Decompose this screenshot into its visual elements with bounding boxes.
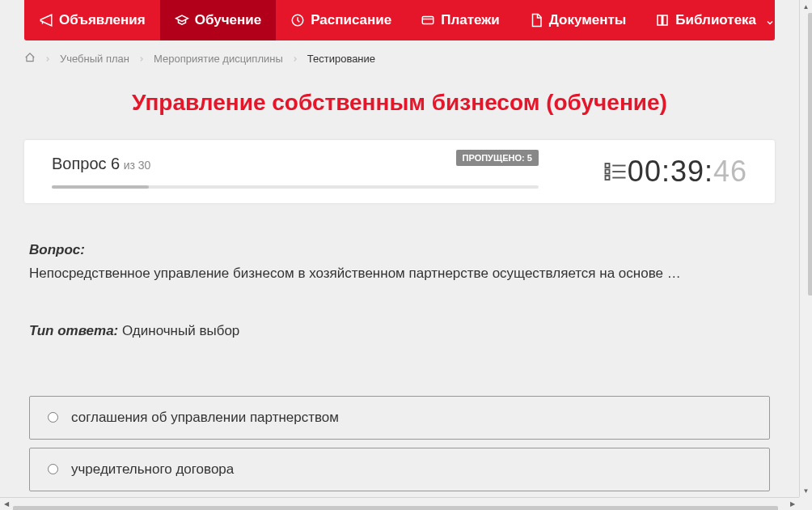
payment-icon bbox=[421, 13, 435, 28]
nav-schedule[interactable]: Расписание bbox=[276, 0, 406, 40]
question-body: Вопрос: Непосредственное управление бизн… bbox=[24, 203, 775, 497]
scroll-up-arrow[interactable]: ▲ bbox=[800, 0, 813, 13]
svg-rect-1 bbox=[422, 17, 433, 24]
skipped-badge[interactable]: ПРОПУЩЕНО: 5 bbox=[456, 150, 539, 166]
progress-bar bbox=[52, 185, 539, 189]
question-list-icon[interactable] bbox=[603, 159, 628, 184]
vertical-scrollbar[interactable]: ▲ ▼ bbox=[799, 0, 812, 497]
answer-radio[interactable] bbox=[48, 412, 58, 423]
breadcrumb-link[interactable]: Учебный план bbox=[60, 53, 129, 65]
nav-learning[interactable]: Обучение bbox=[160, 0, 276, 40]
timer: 00:39:46 bbox=[628, 155, 747, 189]
scroll-corner bbox=[799, 497, 812, 510]
scroll-thumb[interactable] bbox=[808, 13, 813, 295]
question-text: Непосредственное управление бизнесом в х… bbox=[29, 263, 770, 284]
chevron-right-icon bbox=[291, 55, 299, 63]
chevron-right-icon bbox=[137, 55, 146, 63]
svg-rect-2 bbox=[605, 164, 609, 168]
quiz-header: Вопрос 6 из 30 ПРОПУЩЕНО: 5 00:39:46 bbox=[24, 140, 775, 203]
answer-radio[interactable] bbox=[48, 464, 58, 474]
timer-ms: 46 bbox=[713, 155, 747, 188]
nav-announcements[interactable]: Объявления bbox=[24, 0, 160, 40]
answer-text: учредительного договора bbox=[71, 461, 234, 478]
answer-text: соглашения об управлении партнерством bbox=[71, 410, 339, 426]
timer-main: 00:39: bbox=[628, 155, 713, 188]
answers-list: соглашения об управлении партнерством уч… bbox=[29, 396, 770, 498]
megaphone-icon bbox=[39, 13, 53, 28]
nav-label: Обучение bbox=[195, 12, 261, 28]
breadcrumb-current: Тестирование bbox=[307, 53, 375, 65]
answer-type-value-text: Одиночный выбор bbox=[122, 323, 239, 338]
nav-label: Платежи bbox=[441, 12, 500, 28]
clock-icon bbox=[290, 13, 305, 28]
scroll-thumb[interactable] bbox=[13, 506, 778, 511]
question-progress: Вопрос 6 из 30 ПРОПУЩЕНО: 5 bbox=[52, 155, 539, 189]
horizontal-scrollbar[interactable]: ◀ ▶ bbox=[0, 497, 799, 510]
nav-documents[interactable]: Документы bbox=[514, 0, 641, 40]
nav-library[interactable]: Библиотека bbox=[641, 0, 789, 40]
nav-label: Документы bbox=[549, 12, 627, 28]
svg-rect-4 bbox=[605, 170, 609, 174]
breadcrumb-home[interactable] bbox=[24, 52, 36, 66]
page-title: Управление собственным бизнесом (обучени… bbox=[24, 90, 775, 116]
nav-label: Библиотека bbox=[675, 12, 756, 28]
question-total: из 30 bbox=[124, 159, 151, 172]
question-label: Вопрос: bbox=[29, 242, 770, 258]
nav-label: Расписание bbox=[311, 12, 391, 28]
scroll-right-arrow[interactable]: ▶ bbox=[786, 498, 799, 511]
graduation-icon bbox=[175, 13, 189, 28]
nav-payments[interactable]: Платежи bbox=[406, 0, 514, 40]
answer-type-label: Тип ответа: bbox=[29, 323, 118, 338]
main-nav: Объявления Обучение Расписание Платежи bbox=[24, 0, 775, 40]
answer-option[interactable]: учредительного договора bbox=[29, 448, 770, 491]
breadcrumb: Учебный план Мероприятие дисциплины Тест… bbox=[24, 40, 775, 77]
scroll-left-arrow[interactable]: ◀ bbox=[0, 498, 13, 511]
document-icon bbox=[529, 13, 543, 28]
scroll-down-arrow[interactable]: ▼ bbox=[800, 484, 813, 497]
question-number: Вопрос 6 bbox=[52, 155, 120, 172]
chevron-down-icon bbox=[765, 15, 775, 25]
answer-option[interactable]: соглашения об управлении партнерством bbox=[29, 396, 770, 440]
breadcrumb-link[interactable]: Мероприятие дисциплины bbox=[154, 53, 283, 65]
chevron-right-icon bbox=[44, 55, 52, 63]
progress-fill bbox=[52, 185, 149, 189]
home-icon bbox=[24, 52, 36, 63]
book-icon bbox=[655, 13, 670, 28]
nav-label: Объявления bbox=[59, 12, 146, 28]
svg-rect-6 bbox=[605, 176, 609, 180]
